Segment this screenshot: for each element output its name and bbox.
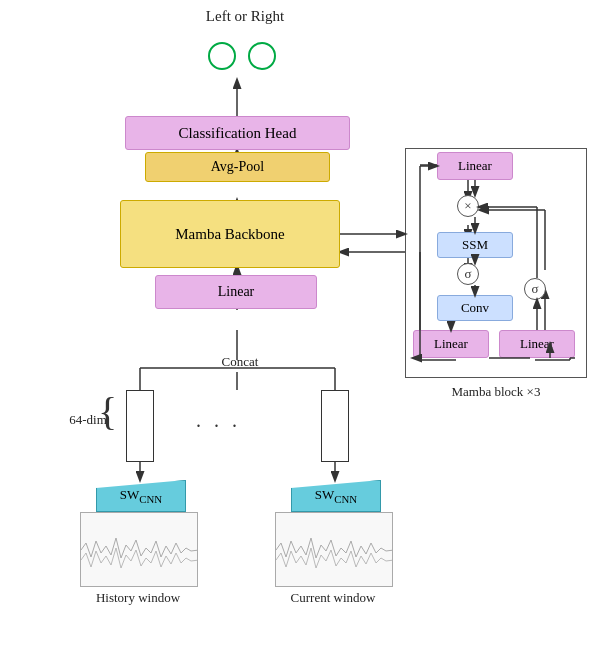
history-window-label: History window bbox=[68, 590, 208, 606]
linear-main-label: Linear bbox=[218, 284, 255, 300]
classification-head-box: Classification Head bbox=[125, 116, 350, 150]
dots: · · · bbox=[196, 415, 241, 438]
mamba-linear-br-label: Linear bbox=[520, 336, 554, 352]
current-window-label: Current window bbox=[263, 590, 403, 606]
sw-cnn-left-text: SWCNN bbox=[120, 487, 162, 505]
classification-head-label: Classification Head bbox=[179, 125, 297, 142]
current-waveform-svg bbox=[276, 513, 393, 587]
conv-label: Conv bbox=[461, 300, 489, 316]
bracket-left: { bbox=[98, 392, 117, 432]
sigma-symbol: σ bbox=[464, 266, 471, 282]
multiply-symbol: × bbox=[464, 198, 471, 214]
mamba-linear-bl-label: Linear bbox=[434, 336, 468, 352]
concat-label: Concat bbox=[200, 354, 280, 370]
left-white-rect bbox=[126, 390, 154, 462]
history-waveform bbox=[80, 512, 198, 587]
history-waveform-svg bbox=[81, 513, 198, 587]
sigma-circle: σ bbox=[457, 263, 479, 285]
sigma-right-symbol: σ bbox=[531, 281, 538, 297]
ssm-label: SSM bbox=[462, 237, 488, 253]
current-waveform bbox=[275, 512, 393, 587]
sw-cnn-left: SWCNN bbox=[96, 480, 186, 512]
sw-cnn-right-text: SWCNN bbox=[315, 487, 357, 505]
ssm-box: SSM bbox=[437, 232, 513, 258]
mamba-block-label: Mamba block ×3 bbox=[405, 384, 587, 400]
sw-cnn-right: SWCNN bbox=[291, 480, 381, 512]
sigma-right-circle: σ bbox=[524, 278, 546, 300]
output-circle-left bbox=[208, 42, 236, 70]
mamba-backbone-label: Mamba Backbone bbox=[175, 226, 285, 243]
mamba-linear-bl: Linear bbox=[413, 330, 489, 358]
avg-pool-label: Avg-Pool bbox=[211, 159, 264, 175]
multiply-circle: × bbox=[457, 195, 479, 217]
mamba-linear-top-label: Linear bbox=[458, 158, 492, 174]
linear-main-box: Linear bbox=[155, 275, 317, 309]
conv-box: Conv bbox=[437, 295, 513, 321]
mamba-backbone-box: Mamba Backbone bbox=[120, 200, 340, 268]
mamba-linear-top: Linear bbox=[437, 152, 513, 180]
avg-pool-box: Avg-Pool bbox=[145, 152, 330, 182]
right-white-rect bbox=[321, 390, 349, 462]
left-or-right-label: Left or Right bbox=[185, 8, 305, 25]
mamba-linear-br: Linear bbox=[499, 330, 575, 358]
output-circle-right bbox=[248, 42, 276, 70]
diagram: Left or Right Classification Head Avg-Po… bbox=[0, 0, 596, 662]
